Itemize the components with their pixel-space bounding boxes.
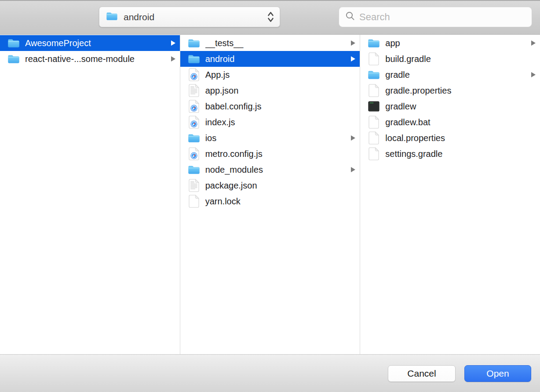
folder-icon bbox=[187, 133, 201, 143]
file-browser-columns: AwesomeProject react-native-...some-modu… bbox=[0, 35, 540, 354]
file-row-AwesomeProject[interactable]: AwesomeProject bbox=[0, 35, 180, 51]
blank-file-icon bbox=[367, 116, 380, 129]
file-name: android bbox=[205, 54, 348, 64]
open-file-dialog: android AwesomeProject react-na bbox=[0, 0, 540, 392]
blank-file-icon bbox=[187, 195, 201, 208]
file-name: yarn.lock bbox=[205, 196, 348, 207]
file-row-node_modules[interactable]: node_modules bbox=[180, 162, 360, 178]
js-file-icon bbox=[187, 68, 201, 81]
file-name: index.js bbox=[205, 117, 348, 127]
current-folder-label: android bbox=[124, 12, 267, 22]
file-name: metro.config.js bbox=[205, 149, 348, 159]
disclosure-arrow-icon bbox=[351, 56, 355, 62]
file-row-build.gradle[interactable]: build.gradle bbox=[360, 51, 540, 67]
blank-file-icon bbox=[367, 84, 380, 97]
file-name: app bbox=[385, 38, 528, 48]
browser-column-1: AwesomeProject react-native-...some-modu… bbox=[0, 35, 180, 354]
file-row-yarn.lock[interactable]: yarn.lock bbox=[180, 193, 360, 209]
folder-icon bbox=[187, 165, 201, 174]
blank-file-icon bbox=[367, 52, 380, 65]
file-name: gradle bbox=[385, 70, 528, 80]
disclosure-arrow-icon bbox=[531, 72, 536, 77]
dialog-footer: Cancel Open bbox=[0, 354, 540, 392]
file-row-android[interactable]: android bbox=[180, 51, 360, 67]
file-row-metro.config.js[interactable]: metro.config.js bbox=[180, 146, 360, 162]
file-name: package.json bbox=[205, 181, 348, 191]
file-name: node_modules bbox=[205, 165, 348, 175]
file-row-gradlew[interactable]: gradlew bbox=[360, 98, 540, 114]
js-file-icon bbox=[187, 100, 201, 113]
file-row-App.js[interactable]: App.js bbox=[180, 67, 360, 83]
browser-column-3: app build.gradle gradle gradle.propertie… bbox=[360, 35, 540, 354]
file-row-package.json[interactable]: package.json bbox=[180, 178, 360, 193]
file-name: app.json bbox=[205, 86, 348, 96]
file-name: ios bbox=[205, 133, 348, 143]
file-name: App.js bbox=[205, 70, 348, 80]
blank-file-icon bbox=[367, 147, 380, 160]
stepper-icon[interactable] bbox=[267, 11, 274, 23]
file-name: gradle.properties bbox=[385, 86, 528, 96]
file-row-react-native-...some-module[interactable]: react-native-...some-module bbox=[0, 51, 180, 67]
js-file-icon bbox=[187, 147, 201, 160]
blank-file-icon bbox=[367, 131, 380, 145]
file-row-settings.gradle[interactable]: settings.gradle bbox=[360, 146, 540, 162]
text-file-icon bbox=[187, 84, 201, 97]
file-name: gradlew.bat bbox=[385, 117, 528, 127]
file-row-ios[interactable]: ios bbox=[180, 130, 360, 146]
disclosure-arrow-icon bbox=[531, 40, 536, 46]
file-name: local.properties bbox=[385, 133, 528, 143]
file-row-gradle[interactable]: gradle bbox=[360, 67, 540, 83]
file-row-gradle.properties[interactable]: gradle.properties bbox=[360, 83, 540, 98]
file-name: settings.gradle bbox=[385, 149, 528, 159]
folder-icon bbox=[7, 54, 20, 64]
disclosure-arrow-icon bbox=[351, 40, 355, 46]
cancel-button[interactable]: Cancel bbox=[388, 365, 456, 382]
folder-icon bbox=[367, 38, 380, 48]
search-icon bbox=[345, 11, 355, 23]
file-row-index.js[interactable]: index.js bbox=[180, 114, 360, 130]
search-input[interactable] bbox=[359, 11, 526, 23]
file-row-babel.config.js[interactable]: babel.config.js bbox=[180, 98, 360, 114]
file-name: AwesomeProject bbox=[25, 38, 168, 48]
disclosure-arrow-icon bbox=[351, 167, 355, 172]
folder-icon bbox=[367, 70, 380, 80]
folder-icon bbox=[106, 11, 118, 22]
text-file-icon bbox=[187, 179, 201, 192]
js-file-icon bbox=[187, 116, 201, 129]
folder-icon bbox=[187, 54, 201, 64]
file-row-local.properties[interactable]: local.properties bbox=[360, 130, 540, 146]
exec-file-icon bbox=[367, 101, 380, 112]
file-name: gradlew bbox=[385, 102, 528, 112]
file-name: build.gradle bbox=[385, 54, 528, 64]
disclosure-arrow-icon bbox=[171, 40, 175, 46]
file-name: babel.config.js bbox=[205, 102, 348, 112]
browser-column-2: __tests__ android App.js app.json babel.… bbox=[180, 35, 361, 354]
file-row-app.json[interactable]: app.json bbox=[180, 83, 360, 98]
file-name: react-native-...some-module bbox=[25, 54, 168, 64]
file-row-gradlew.bat[interactable]: gradlew.bat bbox=[360, 114, 540, 130]
search-field[interactable] bbox=[339, 7, 532, 27]
current-folder-dropdown[interactable]: android bbox=[99, 7, 280, 27]
file-name: __tests__ bbox=[205, 38, 348, 48]
disclosure-arrow-icon bbox=[171, 56, 175, 62]
folder-icon bbox=[187, 38, 201, 48]
file-row-__tests__[interactable]: __tests__ bbox=[180, 35, 360, 51]
open-button[interactable]: Open bbox=[464, 365, 531, 382]
folder-icon bbox=[7, 38, 20, 48]
dialog-toolbar: android bbox=[0, 0, 540, 35]
file-row-app[interactable]: app bbox=[360, 35, 540, 51]
disclosure-arrow-icon bbox=[351, 135, 355, 141]
